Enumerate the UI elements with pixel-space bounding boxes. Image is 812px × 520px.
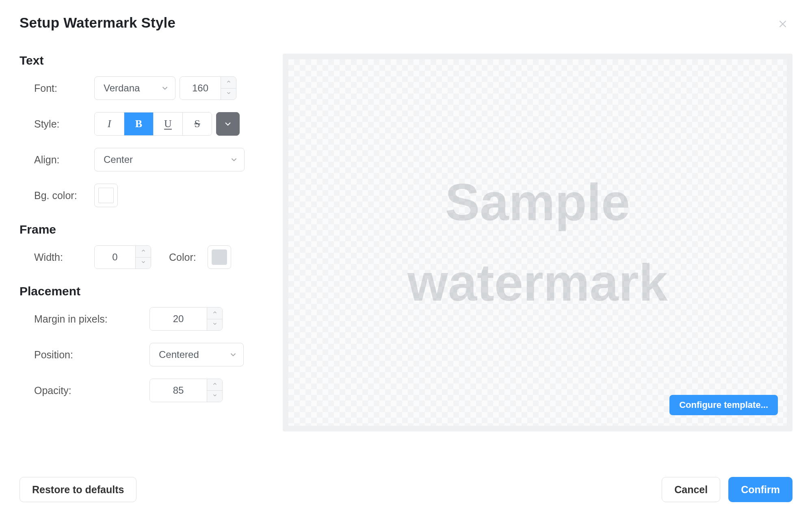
chevron-up-icon — [226, 79, 232, 86]
chevron-up-icon — [141, 248, 146, 255]
preview-pane: Sample watermark Configure template... — [283, 54, 793, 431]
section-text: Text Font: Verdana — [19, 54, 260, 207]
style-bold-button[interactable]: B — [124, 113, 153, 135]
font-label: Font: — [19, 82, 94, 94]
dialog-footer: Restore to defaults Cancel Confirm — [19, 477, 793, 502]
font-size-input[interactable] — [180, 77, 221, 100]
configure-template-button[interactable]: Configure template... — [669, 395, 778, 415]
chevron-down-icon — [141, 259, 146, 266]
frame-width-stepper[interactable] — [94, 245, 151, 269]
chevron-down-icon — [223, 119, 233, 129]
frame-color-label: Color: — [169, 251, 196, 263]
bgcolor-label: Bg. color: — [19, 190, 94, 202]
bgcolor-button[interactable] — [94, 184, 118, 207]
row-frame-width: Width: — [19, 245, 260, 269]
margin-label: Margin in pixels: — [19, 313, 149, 325]
frame-color-button[interactable] — [208, 245, 231, 269]
font-select-value: Verdana — [104, 82, 140, 94]
row-opacity: Opacity: — [19, 379, 260, 402]
font-size-up[interactable] — [221, 77, 236, 88]
align-select[interactable]: Center — [94, 148, 245, 171]
margin-down[interactable] — [207, 319, 222, 331]
position-select-value: Centered — [159, 349, 199, 360]
row-position: Position: Centered — [19, 343, 260, 366]
section-text-title: Text — [19, 54, 260, 67]
chevron-down-icon — [226, 90, 232, 98]
watermark-sample-text: Sample watermark — [407, 162, 667, 323]
row-style: Style: I B U S — [19, 112, 260, 136]
settings-panel: Text Font: Verdana — [19, 54, 260, 402]
align-label: Align: — [19, 154, 94, 166]
opacity-stepper[interactable] — [149, 379, 223, 402]
frame-width-label: Width: — [19, 251, 94, 263]
cancel-button[interactable]: Cancel — [662, 477, 720, 502]
frame-width-input[interactable] — [95, 246, 135, 269]
watermark-style-dialog: Setup Watermark Style Text Font: Verdana — [0, 0, 812, 520]
text-style-segmented: I B U S — [94, 112, 212, 136]
frame-width-up[interactable] — [136, 246, 151, 257]
row-align: Align: Center — [19, 148, 260, 171]
frame-width-down[interactable] — [136, 257, 151, 269]
position-select[interactable]: Centered — [149, 343, 244, 366]
close-button[interactable] — [776, 18, 789, 31]
frame-color-swatch — [212, 249, 227, 265]
margin-stepper[interactable] — [149, 307, 223, 331]
close-icon — [777, 19, 788, 30]
style-italic-button[interactable]: I — [95, 113, 124, 135]
row-margin: Margin in pixels: — [19, 307, 260, 331]
margin-up[interactable] — [207, 308, 222, 319]
restore-defaults-button[interactable]: Restore to defaults — [19, 477, 136, 502]
style-strike-button[interactable]: S — [182, 113, 212, 135]
opacity-label: Opacity: — [19, 385, 149, 396]
chevron-down-icon — [229, 350, 238, 359]
chevron-up-icon — [212, 310, 218, 317]
opacity-up[interactable] — [207, 379, 222, 390]
font-size-down[interactable] — [221, 88, 236, 100]
chevron-up-icon — [212, 381, 218, 388]
dialog-title: Setup Watermark Style — [19, 15, 793, 31]
opacity-input[interactable] — [150, 379, 207, 402]
font-select[interactable]: Verdana — [94, 76, 175, 100]
chevron-down-icon — [212, 392, 218, 400]
opacity-down[interactable] — [207, 390, 222, 402]
font-size-stepper[interactable] — [180, 76, 236, 100]
bgcolor-swatch — [98, 188, 114, 203]
margin-input[interactable] — [150, 308, 207, 330]
section-frame-title: Frame — [19, 223, 260, 236]
style-underline-button[interactable]: U — [153, 113, 182, 135]
chevron-down-icon — [212, 321, 218, 328]
chevron-down-icon — [230, 155, 238, 164]
section-placement-title: Placement — [19, 284, 260, 298]
section-placement: Placement Margin in pixels: — [19, 284, 260, 402]
align-select-value: Center — [104, 154, 133, 165]
text-color-button[interactable] — [216, 112, 240, 136]
chevron-down-icon — [160, 84, 169, 93]
row-font: Font: Verdana — [19, 76, 260, 100]
position-label: Position: — [19, 349, 149, 361]
section-frame: Frame Width: — [19, 223, 260, 269]
style-label: Style: — [19, 118, 94, 130]
row-bgcolor: Bg. color: — [19, 184, 260, 207]
confirm-button[interactable]: Confirm — [728, 477, 793, 502]
dialog-content: Text Font: Verdana — [19, 54, 793, 431]
